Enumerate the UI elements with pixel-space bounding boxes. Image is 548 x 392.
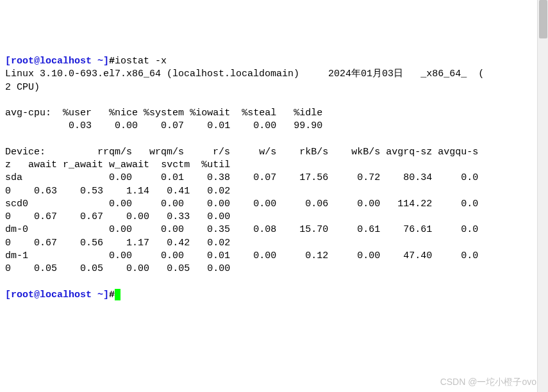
device-row-scd0-l1: scd0 0.00 0.00 0.00 0.00 0.06 0.00 114.2… — [5, 199, 478, 209]
device-row-dm1-l2: 0 0.05 0.05 0.00 0.05 0.00 — [5, 263, 230, 274]
device-header-l1: Device: rrqm/s wrqm/s r/s w/s rkB/s wkB/… — [5, 147, 478, 158]
device-row-scd0-l2: 0 0.67 0.67 0.00 0.33 0.00 — [5, 211, 230, 222]
device-row-dm0-l2: 0 0.67 0.56 1.17 0.42 0.02 — [5, 238, 230, 249]
command-text: iostat -x — [115, 56, 167, 67]
prompt2-user-host: [root@localhost ~] — [5, 290, 109, 300]
vertical-scrollbar[interactable] — [537, 0, 548, 392]
kernel-line: Linux 3.10.0-693.el7.x86_64 (localhost.l… — [5, 69, 484, 79]
device-row-dm1-l1: dm-1 0.00 0.00 0.01 0.00 0.12 0.00 47.40… — [5, 250, 478, 261]
prompt-hash: # — [109, 56, 115, 67]
device-row-sda-l2: 0 0.63 0.53 1.14 0.41 0.02 — [5, 186, 230, 197]
avg-cpu-header: avg-cpu: %user %nice %system %iowait %st… — [5, 108, 322, 118]
avg-cpu-values: 0.03 0.00 0.07 0.01 0.00 99.90 — [5, 120, 322, 131]
device-row-dm0-l1: dm-0 0.00 0.00 0.35 0.08 15.70 0.61 76.6… — [5, 224, 478, 235]
device-row-sda-l1: sda 0.00 0.01 0.38 0.07 17.56 0.72 80.34… — [5, 172, 478, 183]
device-header-l2: z await r_await w_await svctm %util — [5, 159, 230, 170]
cpu-count-line: 2 CPU) — [5, 82, 40, 93]
watermark-text: CSDN @一坨小橙子ovo — [440, 376, 536, 388]
prompt-user-host: [root@localhost ~] — [5, 56, 109, 67]
scrollbar-thumb[interactable] — [539, 0, 547, 38]
prompt2-hash: # — [109, 290, 115, 300]
cursor[interactable] — [115, 289, 120, 300]
terminal-output[interactable]: [root@localhost ~]#iostat -x Linux 3.10.… — [5, 55, 543, 302]
